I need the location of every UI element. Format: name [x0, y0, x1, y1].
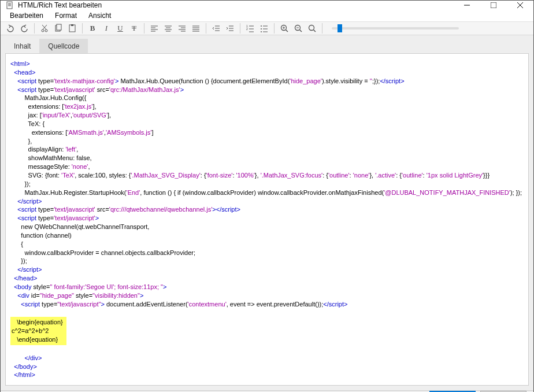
italic-button[interactable]: I: [100, 22, 113, 35]
tab-area: Inhalt Quellcode: [1, 35, 533, 53]
zoom-out-button[interactable]: [292, 22, 305, 35]
zoom-reset-button[interactable]: [306, 22, 318, 35]
svg-line-10: [43, 25, 47, 29]
undo-button[interactable]: [4, 22, 17, 35]
svg-point-9: [45, 29, 47, 32]
source-code-editor[interactable]: <html> <head> <script type='text/x-mathj…: [5, 53, 529, 386]
svg-rect-0: [7, 2, 12, 9]
strikethrough-button[interactable]: T: [128, 22, 140, 35]
menu-format[interactable]: Format: [49, 10, 83, 21]
window-controls: [454, 1, 533, 10]
align-left-button[interactable]: [148, 22, 161, 35]
svg-rect-13: [57, 24, 61, 30]
toolbar-separator: [144, 23, 144, 34]
tab-content[interactable]: Inhalt: [5, 39, 39, 53]
svg-line-50: [285, 29, 288, 32]
svg-rect-5: [491, 2, 496, 8]
zoom-in-button[interactable]: [278, 22, 291, 35]
paste-button[interactable]: [66, 22, 79, 35]
svg-line-11: [42, 25, 46, 29]
indent-button[interactable]: [224, 22, 236, 35]
cut-button[interactable]: [38, 22, 51, 35]
outdent-button[interactable]: [210, 22, 222, 35]
toolbar-separator: [240, 23, 240, 34]
menubar: Bearbeiten Format Ansicht: [1, 10, 533, 22]
ordered-list-button[interactable]: 12: [244, 22, 257, 35]
align-justify-button[interactable]: [190, 22, 202, 35]
maximize-button[interactable]: [480, 1, 507, 10]
slider-thumb[interactable]: [338, 24, 342, 32]
menu-view[interactable]: Ansicht: [83, 10, 117, 21]
svg-line-54: [299, 29, 302, 32]
bold-button[interactable]: B: [86, 22, 99, 35]
align-right-button[interactable]: [176, 22, 188, 35]
toolbar: B I U T 12: [1, 22, 533, 35]
zoom-slider[interactable]: [332, 27, 459, 29]
content-area: <html> <head> <script type='text/x-mathj…: [1, 53, 533, 390]
svg-point-44: [261, 28, 262, 29]
toolbar-separator: [82, 23, 83, 34]
toolbar-separator: [34, 23, 35, 34]
dialog-window: HTML/Rich Text bearbeiten Bearbeiten For…: [0, 0, 534, 392]
toolbar-separator: [274, 23, 275, 34]
toolbar-separator: [206, 23, 206, 34]
close-button[interactable]: [507, 1, 533, 10]
toolbar-separator: [322, 23, 322, 34]
svg-point-56: [309, 25, 314, 30]
copy-button[interactable]: [52, 22, 65, 35]
svg-point-8: [42, 29, 44, 32]
tab-source[interactable]: Quellcode: [39, 39, 88, 53]
svg-point-45: [261, 31, 262, 32]
svg-text:2: 2: [246, 27, 248, 31]
svg-point-43: [261, 25, 262, 27]
highlighted-equation-block: \begin{equation} c^2=a^2+b^2 \end{equati…: [10, 317, 66, 345]
menu-edit[interactable]: Bearbeiten: [4, 10, 49, 21]
app-document-icon: [5, 1, 14, 10]
svg-line-57: [313, 29, 316, 32]
svg-rect-15: [71, 24, 73, 26]
redo-button[interactable]: [18, 22, 31, 35]
unordered-list-button[interactable]: [258, 22, 270, 35]
underline-button[interactable]: U: [114, 22, 127, 35]
window-title: HTML/Rich Text bearbeiten: [18, 1, 454, 9]
minimize-button[interactable]: [454, 1, 480, 10]
align-center-button[interactable]: [162, 22, 175, 35]
titlebar: HTML/Rich Text bearbeiten: [1, 1, 533, 10]
